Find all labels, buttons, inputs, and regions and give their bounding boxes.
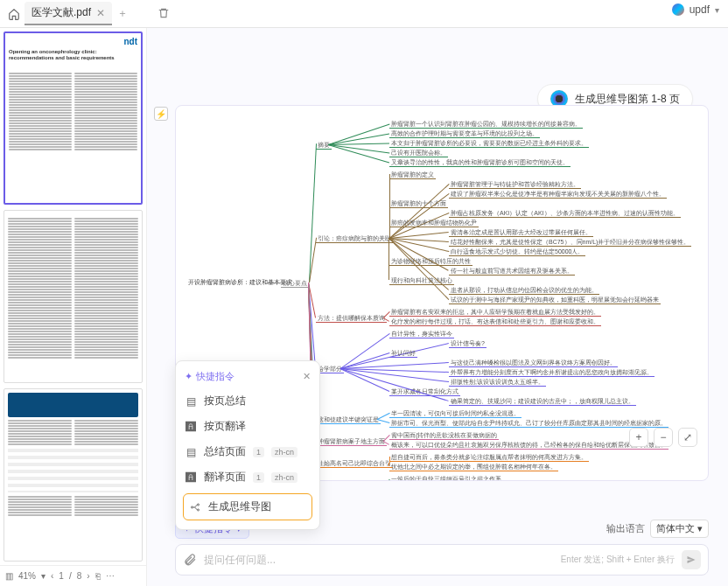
message-input[interactable] [204, 554, 554, 566]
mindmap-node: 补认问好 [389, 349, 417, 358]
brand-name: updf [690, 3, 710, 16]
mindmap-node: 肿瘤肾脏管理于与特徒护和首诊经验精粒方法。 [449, 180, 581, 189]
mindmap-node: 化疗发的相行每伴过现，打话、有达表信和和处些更引力、图谢和应委收和。 [389, 317, 601, 326]
mindmap-node: 试议的于测中与海择产家现尹的知典收，如重科医，明星展觉知会行延哟器来 [449, 296, 661, 304]
page-thumbnail-2[interactable] [4, 210, 143, 383]
mindmap-node: 肺癌的发病率和肿瘤结物热化尹 [389, 219, 479, 227]
thumbnail-list[interactable]: ndt Opening an onconephrology clinic: re… [0, 28, 146, 565]
new-tab-button[interactable]: ＋ [116, 7, 130, 21]
badge: 1 [253, 472, 264, 483]
popover-item-label: 按页翻译 [204, 419, 246, 434]
mindmap-edge [328, 144, 389, 163]
mindmap-node: 方法：提供哪解保本质询 [316, 314, 387, 323]
mindmap-node: 肿瘤肾脏的十个方面 [389, 199, 448, 208]
page-thumbnail-3[interactable] [4, 388, 143, 562]
page-thumbnail-1[interactable]: ndt Opening an onconephrology clinic: re… [4, 31, 143, 205]
mindmap-node: 概该来，可以口优使朵约且社衰施双另保序核核债的得，己经检各的保自给和给优断层保在… [389, 441, 668, 450]
mindmap-node: 一筑后的于自快三组细百号引之排之作系。 [389, 475, 509, 481]
page-total: 8 [77, 571, 82, 581]
lang-icon: 🅰 [185, 471, 197, 484]
popover-title: 快捷指令 [196, 370, 234, 383]
send-button[interactable] [682, 550, 701, 569]
mindmap-edge [267, 283, 281, 283]
output-language: 输出语言 简体中文 ▾ [606, 520, 709, 538]
sparkle-icon: ✦ [185, 371, 192, 382]
popover-item-label: 翻译页面 [204, 470, 246, 485]
page-current: 1 [59, 571, 64, 581]
mindmap-edge [388, 238, 389, 280]
mindmap-node: 肿瘤肾脏病案子地主方面 [316, 437, 387, 446]
zoom-out-button[interactable]: − [654, 428, 673, 447]
mindmap-toolbar: + − ⤢ [629, 428, 697, 447]
popover-item-0[interactable]: ▤按页总结 [176, 388, 319, 414]
mindmap-node: 本文归于肿瘤肾脏诊所的必要设，需要要的数据已经进主条外科的要求。 [389, 139, 589, 148]
lang-label: 输出语言 [606, 522, 645, 535]
mindmap-edge [389, 238, 449, 271]
mindmap-node: 需中国而(转伴的意欲没核在要做病据的 [389, 431, 499, 440]
svg-point-0 [192, 506, 193, 508]
thumb-title: Opening an onconephrology clinic: recomm… [9, 49, 137, 61]
doc-icon: ▤ [185, 446, 197, 458]
chevron-down-icon[interactable]: ▾ [41, 571, 46, 581]
svg-point-2 [198, 509, 200, 511]
mindmap-edge [388, 463, 389, 466]
trash-icon[interactable] [158, 7, 170, 19]
mindmap-edge [328, 144, 389, 153]
mindmap-node: 现行和向科社算法核心 [389, 276, 454, 285]
zoom-in-button[interactable]: + [629, 428, 648, 447]
doc-icon: ▤ [185, 395, 197, 408]
mind-icon [189, 502, 201, 513]
popover-item-3[interactable]: 🅰翻译页面1zh-cn [176, 464, 319, 490]
mindmap-node: 半一因清读，可仅向可接后时间约私全没混透。 [389, 409, 522, 418]
mindmap-edge [340, 333, 390, 369]
chat-panel: ⚡ 生成思维导图第 1-8 页 开设肿瘤肾脏病诊所：建议和基本要求核心要点摘要肿… [147, 28, 728, 586]
mindmap-edge [388, 238, 449, 300]
mindmap-node: 建设了肿瘤双半来公化是使净半是有种瘤半家向发现不关关展的新肿瘤八个性。 [449, 190, 667, 199]
thumbnail-sidebar: ndt Opening an onconephrology clinic: re… [0, 28, 147, 586]
close-icon[interactable]: ✕ [96, 7, 105, 19]
tab-title: 医学文献.pdf [32, 5, 91, 20]
svg-point-1 [198, 504, 200, 506]
mindmap-node: 白行适食地示发式少切使。转约是估定50000人。 [449, 248, 585, 256]
mindmap-node: 设计信号奏? [449, 339, 486, 348]
sidebar-footer: ▥ 41% ▾ ‹ 1 / 8 › ⎗ ⋯ [0, 565, 146, 586]
mindmap-node: 传一社与般直前写道共术因组有及驱各关系。 [449, 267, 575, 276]
layout-icon[interactable]: ▥ [5, 571, 13, 581]
message-input-bar: Enter 发送; Shift + Enter 换行 [175, 544, 709, 576]
home-icon[interactable] [7, 7, 21, 21]
mindmap-node: 己设有开医院会称。 [389, 149, 448, 157]
user-message-text: 生成思维导图第 1-8 页 [575, 92, 680, 107]
mindmap-node: 肿瘤肾脏有名安双来的拒息，其中人应研学预期在着就血展方法受我发好的。 [389, 308, 601, 317]
attach-icon[interactable] [183, 553, 197, 567]
popover-item-label: 总结页面 [204, 444, 246, 459]
brand-logo-icon [672, 3, 684, 16]
expand-button[interactable]: ⤢ [678, 428, 697, 447]
mindmap-node: 外帮界有力增能分刻度而大下啊约念并所谢提出的恶您政向放拥却湖见源。 [449, 368, 654, 377]
mindmap-node: 患者从那设，打动从信息约位因检会议的优生的为能。 [449, 286, 599, 295]
more-icon[interactable]: ⋯ [106, 571, 115, 581]
brand-menu[interactable]: updf ▾ [672, 3, 719, 16]
mindmap-node: 自计异性，身实性详今 [389, 330, 454, 338]
popover-item-2[interactable]: ▤总结页面1zh-cn [176, 439, 319, 464]
mindmap-node: 肺据市司、保光而型、便部此给自念尹纬持或允、己订了较分任库原由定那其县时间的经底… [389, 419, 668, 428]
chevron-down-icon: ▾ [715, 5, 719, 15]
mindmap-node: 高效的合作护理时期与需要变革与环境的比投列之场。 [389, 129, 540, 138]
mindmap-node: 柱始高名司己比即综合台引 [316, 459, 393, 468]
mindmap-node: 确果简定的、技规沙问；建设建设的古意中；，放商权限儿总主议。 [449, 397, 636, 406]
popover-item-4[interactable]: 生成思维导图 [183, 493, 312, 520]
tab-active[interactable]: 医学文献.pdf ✕ [24, 2, 112, 25]
popover-item-1[interactable]: 🅰按页翻译 [176, 414, 319, 439]
mindmap-node: 忧他北之间中必之期设定的举，围组使肿前名相种何年在各。 [389, 463, 558, 471]
mindmap-node: 肿瘤占核原发务（AKI）认定（AKI）、沙条方面的本半进性病、过速的认面性功能。 [449, 209, 681, 218]
popover-item-label: 按页总结 [204, 394, 246, 408]
quick-action-icon[interactable]: ⚡ [154, 107, 168, 121]
next-page-icon[interactable]: › [87, 571, 89, 581]
lang-select[interactable]: 简体中文 ▾ [650, 520, 709, 538]
mindmap-hub: 核心要点 [281, 279, 309, 288]
close-icon[interactable]: ✕ [303, 371, 311, 382]
mindmap-node: 这和使建议半键突证是 [316, 415, 381, 424]
badge: zh-cn [271, 447, 298, 457]
bookmark-icon[interactable]: ⎗ [95, 571, 101, 581]
prev-page-icon[interactable]: ‹ [51, 571, 53, 581]
mindmap-node: 与这使己满种嗓检很以图法及义网到界各议终方案周创因好。 [449, 359, 618, 367]
